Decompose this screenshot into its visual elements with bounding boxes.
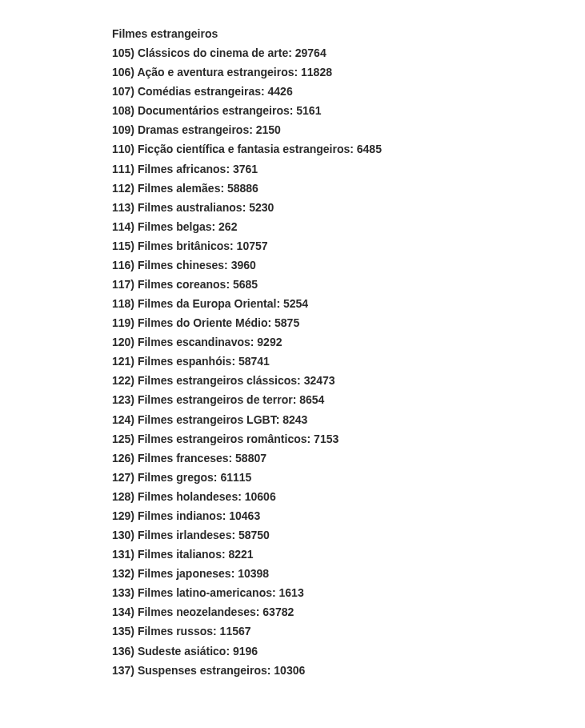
list-item: 130) Filmes irlandeses: 58750 [112,525,585,545]
list-item: 106) Ação e aventura estrangeiros: 11828 [112,62,585,82]
list-item: 109) Dramas estrangeiros: 2150 [112,120,585,139]
list-item: 121) Filmes espanhóis: 58741 [112,352,585,371]
list-item: 113) Filmes australianos: 5230 [112,198,585,217]
list-item: 126) Filmes franceses: 58807 [112,448,585,468]
list-item: 125) Filmes estrangeiros românticos: 715… [112,429,585,448]
list-item: 135) Filmes russos: 11567 [112,621,585,641]
list-item: 119) Filmes do Oriente Médio: 5875 [112,313,585,332]
list-item: 107) Comédias estrangeiras: 4426 [112,82,585,101]
list-item: 136) Sudeste asiático: 9196 [112,642,585,661]
list-item: 132) Filmes japoneses: 10398 [112,564,585,583]
list-item: 131) Filmes italianos: 8221 [112,545,585,564]
list-item: 108) Documentários estrangeiros: 5161 [112,101,585,120]
list-item: 112) Filmes alemães: 58886 [112,179,585,198]
list-item: 115) Filmes britânicos: 10757 [112,236,585,255]
list-item: 134) Filmes neozelandeses: 63782 [112,602,585,621]
list-item: 105) Clássicos do cinema de arte: 29764 [112,43,585,62]
section-title: Filmes estrangeiros [112,24,585,43]
category-list: Filmes estrangeiros 105) Clássicos do ci… [112,24,585,680]
list-item: 114) Filmes belgas: 262 [112,217,585,236]
list-item: 127) Filmes gregos: 61115 [112,468,585,487]
list-item: 129) Filmes indianos: 10463 [112,506,585,525]
list-item: 123) Filmes estrangeiros de terror: 8654 [112,390,585,409]
list-item: 128) Filmes holandeses: 10606 [112,487,585,506]
list-item: 120) Filmes escandinavos: 9292 [112,332,585,352]
list-item: 117) Filmes coreanos: 5685 [112,275,585,294]
list-item: 110) Ficção científica e fantasia estran… [112,139,585,159]
list-item: 111) Filmes africanos: 3761 [112,159,585,179]
list-item: 116) Filmes chineses: 3960 [112,255,585,275]
list-item: 122) Filmes estrangeiros clássicos: 3247… [112,371,585,390]
list-item: 133) Filmes latino-americanos: 1613 [112,583,585,602]
list-item: 118) Filmes da Europa Oriental: 5254 [112,294,585,313]
list-item: 124) Filmes estrangeiros LGBT: 8243 [112,410,585,429]
list-item: 137) Suspenses estrangeiros: 10306 [112,661,585,680]
